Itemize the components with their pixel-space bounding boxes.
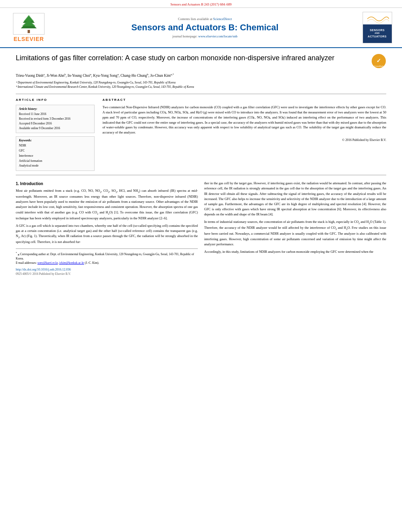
elsevier-label: ELSEVIER: [13, 36, 44, 42]
svg-text:CrossMark: CrossMark: [374, 65, 384, 67]
authors: Trieu-Vuong Dinha, Ji-Won Ahnb, In-Young…: [16, 72, 386, 78]
journal-homepage: journal homepage: www.elsevier.com/locat…: [50, 34, 359, 38]
keyword-ndir: NDIR: [19, 143, 91, 148]
journal-title: Sensors and Actuators B: Chemical: [50, 22, 359, 33]
section1-para2: A GFC is a gas cell which is separated i…: [16, 223, 198, 245]
footnote-area: * ⁎ Corresponding author at: Dept. of En…: [16, 248, 198, 275]
affiliation-b: ᵇ International Climate and Environmenta…: [16, 85, 386, 89]
svg-text:✓: ✓: [376, 57, 381, 64]
sensors-logo-box: SENSORS AND ACTUATORS: [363, 12, 392, 43]
keyword-gfc: GFC: [19, 148, 91, 154]
section1-para1: Most air pollutants emitted from a stack…: [16, 188, 198, 221]
elsevier-logo: ELSEVIER: [7, 13, 50, 42]
sciencedirect-link[interactable]: ScienceDirect: [213, 17, 232, 21]
available-online-date: Available online 9 December 2016: [19, 126, 91, 131]
article-title-section: Limitations of gas filter correlation: A…: [16, 54, 386, 69]
received-revised-date: Received in revised form 3 December 2016: [19, 117, 91, 121]
section1-heading: 1. Introduction: [16, 182, 198, 186]
abstract-heading: ABSTRACT: [102, 98, 386, 102]
crossmark-icon: ✓ CrossMark: [371, 54, 386, 69]
doi-line: http://dx.doi.org/10.1016/j.snb.2016.12.…: [16, 268, 198, 271]
journal-center: Contents lists available at ScienceDirec…: [50, 17, 359, 38]
contents-available: Contents lists available at ScienceDirec…: [50, 17, 359, 21]
license-line: 0925-4005/© 2016 Published by Elsevier B…: [16, 272, 198, 276]
affiliation-a: ᵃ Department of Environmental Engineerin…: [16, 81, 386, 85]
article-history-box: Article history: Received 11 June 2016 R…: [16, 105, 95, 133]
section1-right-para3: Accordingly, in this study, limitations …: [204, 249, 386, 254]
affiliations: ᵃ Department of Environmental Engineerin…: [16, 81, 386, 89]
keywords-label: Keywords:: [19, 139, 91, 142]
received-date: Received 11 June 2016: [19, 112, 91, 117]
crossmark-badge: ✓ CrossMark: [371, 54, 386, 69]
journal-ref: Sensors and Actuators B 243 (2017) 684–6…: [171, 2, 232, 6]
doi-link[interactable]: http://dx.doi.org/10.1016/j.snb.2016.12.…: [16, 268, 71, 271]
info-abstract-section: ARTICLE INFO Article history: Received 1…: [16, 94, 386, 175]
col-left: 1. Introduction Most air pollutants emit…: [16, 181, 198, 275]
sensors-actuators-logo: SENSORS AND ACTUATORS: [359, 12, 395, 43]
elsevier-tree-svg: [15, 14, 43, 34]
footnote-star: * ⁎ Corresponding author at: Dept. of En…: [16, 251, 198, 261]
page: Sensors and Actuators B 243 (2017) 684–6…: [0, 0, 402, 280]
footnote-email: E-mail addresses: sony@kaeri.re.kr, jcki…: [16, 261, 198, 265]
accepted-date: Accepted 8 December 2016: [19, 121, 91, 126]
keywords-box: Keywords: NDIR GFC Interference Artifici…: [16, 136, 95, 171]
body-columns: 1. Introduction Most air pollutants emit…: [16, 181, 386, 275]
svg-rect-0: [28, 30, 30, 33]
article-info-heading: ARTICLE INFO: [16, 98, 95, 102]
article-title: Limitations of gas filter correlation: A…: [16, 54, 371, 63]
abstract-section: ABSTRACT Two commercial Non-Dispersive I…: [102, 98, 386, 171]
article-history-label: Article history:: [19, 107, 91, 111]
email-link-2[interactable]: jckim@konkuk.ac.kr: [59, 261, 84, 265]
article-content: Limitations of gas filter correlation: A…: [0, 48, 402, 280]
elsevier-tree-image: [13, 13, 45, 35]
section1-right-para1: ther in the gas cell by the target gas. …: [204, 181, 386, 217]
keyword-analytical: Analytical mode: [19, 163, 91, 169]
svg-marker-2: [22, 15, 35, 26]
journal-header: ELSEVIER Contents lists available at Sci…: [0, 8, 402, 48]
sensors-logo-bottom: SENSORS AND ACTUATORS: [364, 25, 391, 42]
abstract-text: Two commercial Non-Dispersive Infrared (…: [102, 105, 386, 135]
keyword-artificial: Artificial formation: [19, 159, 91, 164]
keyword-interference: Interference: [19, 154, 91, 159]
col-right: ther in the gas cell by the target gas. …: [204, 181, 386, 275]
email-link-1[interactable]: sony@kaeri.re.kr: [37, 261, 58, 265]
sensors-logo-top: [364, 13, 391, 25]
section1-right-para2: In terms of industrial stationary source…: [204, 219, 386, 247]
homepage-link[interactable]: www.elsevier.com/locate/snb: [198, 34, 238, 38]
top-bar: Sensors and Actuators B 243 (2017) 684–6…: [0, 0, 402, 8]
article-info: ARTICLE INFO Article history: Received 1…: [16, 98, 95, 171]
copyright-line: © 2016 Published by Elsevier B.V.: [102, 138, 386, 142]
